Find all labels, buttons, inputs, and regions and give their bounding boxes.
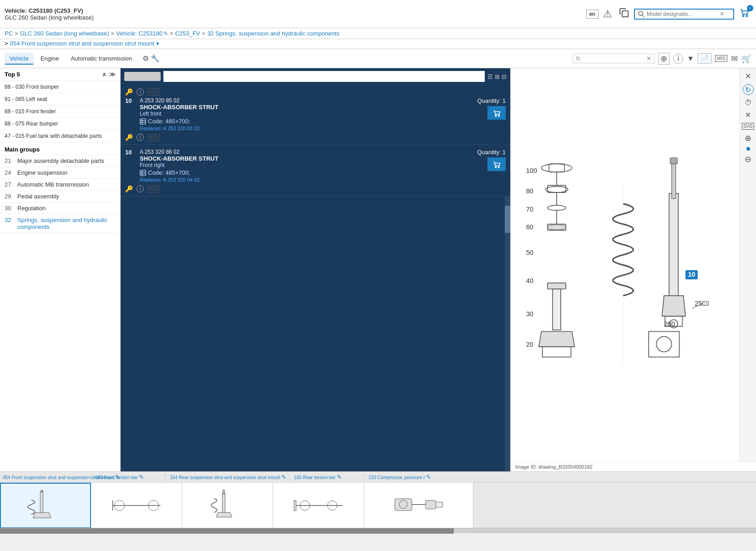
sidebar-item-front-fender[interactable]: 88 - 015 Front fender	[0, 106, 120, 118]
svg-rect-58	[294, 500, 296, 511]
warning-icon[interactable]: ⚠	[603, 8, 612, 20]
zoom-out-diagram[interactable]: ⊖	[745, 154, 751, 164]
sidebar-group-24[interactable]: 24 Engine suspension	[0, 167, 120, 179]
info-icon-1[interactable]: i	[137, 88, 144, 96]
slider-control[interactable]	[124, 72, 161, 81]
sidebar-item-fuel-tank[interactable]: 47 - 015 Fuel tank with detachable parts	[0, 130, 120, 142]
sidebar-item-front-bumper[interactable]: 88 - 030 Front bumper	[0, 81, 120, 93]
breadcrumb-edit-icon[interactable]: ✎	[163, 30, 168, 37]
breadcrumb-springs[interactable]: 32 Springs, suspension and hydraulic com…	[207, 30, 340, 37]
add-to-cart-1[interactable]	[487, 106, 506, 120]
center-scrollbar-thumb[interactable]	[505, 206, 510, 233]
thumb-233-svg	[387, 492, 451, 519]
part-code-line-1: Code: 485+700;	[140, 118, 472, 125]
collapse-icon[interactable]: ∧	[102, 71, 107, 78]
refresh-icon[interactable]: ↻	[743, 84, 754, 95]
grid-view-icon[interactable]: ⊞	[495, 73, 500, 80]
thumb-165[interactable]	[273, 483, 364, 528]
cart-header-btn[interactable]: +	[739, 7, 751, 21]
group-num-32: 32	[5, 217, 15, 223]
cart-toolbar-icon[interactable]: 🛒	[741, 54, 751, 64]
bottom-scrollbar-thumb[interactable]	[0, 528, 454, 534]
mail-icon[interactable]: ✉	[731, 54, 738, 64]
thumb-060[interactable]	[91, 483, 182, 528]
thumb-label-060[interactable]: 060 Front torsion bar ✎	[93, 473, 166, 481]
info-icon[interactable]: i	[673, 54, 683, 64]
thumb-edit-154[interactable]: ✎	[281, 474, 286, 480]
sidebar-group-27[interactable]: 27 Automatic MB transmission	[0, 179, 120, 191]
info-icon-2[interactable]: i	[137, 185, 144, 192]
breadcrumb-sub[interactable]: 054 Front suspension strut and suspensio…	[10, 40, 154, 47]
close-icon[interactable]: ≫	[109, 71, 116, 78]
history-icon[interactable]: ⏱	[745, 99, 752, 107]
breadcrumb-dropdown-icon[interactable]: ▾	[156, 40, 159, 47]
svg-rect-31	[553, 289, 561, 330]
doc-icon[interactable]: 📄	[698, 53, 711, 64]
thumb-054-svg	[27, 490, 64, 521]
sidebar-group-32[interactable]: 32 Springs, suspension and hydraulic com…	[0, 214, 120, 233]
list-view-icon[interactable]: ☰	[487, 73, 493, 80]
sidebar-item-rear-bumper[interactable]: 88 - 075 Rear bumper	[0, 118, 120, 130]
breadcrumb-pc[interactable]: PC	[5, 30, 13, 37]
filter-icon[interactable]: ▼	[687, 55, 694, 63]
breadcrumb-model[interactable]: GLC 260 Sedan (long wheelbase)	[20, 30, 109, 37]
cross-icon[interactable]: ✕	[745, 111, 751, 119]
thumb-154[interactable]	[182, 483, 273, 528]
zoom-in-icon[interactable]: ⊕	[658, 53, 670, 65]
search-clear-icon[interactable]: ✕	[720, 10, 725, 17]
parts-search-input[interactable]	[163, 71, 485, 82]
wis-icon-1[interactable]: WIS	[147, 88, 160, 96]
copy-icon[interactable]	[619, 7, 629, 20]
expand-view-icon[interactable]: ⊟	[502, 73, 507, 80]
blue-dot[interactable]	[746, 147, 750, 151]
group-num-27: 27	[5, 181, 15, 188]
sidebar-item-left-seat[interactable]: 91 - 065 Left seat	[0, 93, 120, 106]
thumb-054[interactable]	[0, 483, 91, 528]
center-scrollbar[interactable]	[505, 197, 510, 471]
wis-icon[interactable]: WIS	[715, 55, 727, 62]
sidebar-group-29[interactable]: 29 Pedal assembly	[0, 191, 120, 202]
breadcrumb-c253fv[interactable]: C253_FV	[175, 30, 200, 37]
tab-automatic-transmission[interactable]: Automatic transmission	[66, 53, 137, 64]
part-header-1: 10 A 253 320 85 02 SHOCK-ABSORBER STRUT …	[125, 97, 506, 131]
svg-rect-0	[622, 11, 628, 17]
toolbar-search-input[interactable]	[583, 56, 646, 62]
header-icon-toolbar: ⚠	[603, 7, 629, 20]
close-diagram-icon[interactable]: ✕	[745, 72, 751, 81]
main-content: Top 5 ∧ ≫ 88 - 030 Front bumper 91 - 065…	[0, 68, 756, 471]
key-icon-2[interactable]: 🔑	[125, 185, 133, 192]
info-icon-1b[interactable]: i	[137, 134, 144, 141]
view-icons: ☰ ⊞ ⊟	[487, 73, 507, 80]
sidebar-group-30[interactable]: 30 Regulation	[0, 202, 120, 214]
breadcrumb-vehicle[interactable]: Vehicle: C253180	[116, 30, 162, 37]
thumb-label-165[interactable]: 165 Rear torsion bar ✎	[291, 473, 364, 481]
vehicle-line1: Vehicle: C253180 (C253_FV)	[5, 7, 94, 14]
svg-label[interactable]: SVG	[742, 123, 754, 130]
thumb-edit-233[interactable]: ✎	[426, 474, 431, 480]
build-icon[interactable]: 🔧	[151, 54, 160, 63]
thumb-label-154[interactable]: 154 Rear suspension strut and suspension…	[167, 473, 289, 481]
tab-engine[interactable]: Engine	[36, 53, 64, 64]
thumb-233[interactable]	[364, 483, 473, 528]
thumb-edit-165[interactable]: ✎	[337, 474, 342, 480]
sidebar-group-21[interactable]: 21 Major assembly detachable parts	[0, 155, 120, 167]
lang-selector[interactable]: en	[586, 10, 599, 19]
settings-icon[interactable]: ⚙	[142, 54, 149, 63]
key-icon-1b[interactable]: 🔑	[125, 134, 133, 141]
add-to-cart-2[interactable]	[487, 157, 506, 171]
thumb-label-233[interactable]: 233 Compressor, pressure r ✎	[366, 473, 457, 481]
label-40: 40	[526, 277, 533, 284]
toolbar-search-clear[interactable]: ✕	[646, 55, 651, 62]
tab-vehicle[interactable]: Vehicle	[5, 53, 34, 65]
zoom-in-diagram[interactable]: ⊕	[745, 133, 751, 143]
thumb-edit-060[interactable]: ✎	[139, 474, 144, 480]
thumb-label-054[interactable]: 054 Front suspension strut and suspensio…	[0, 473, 91, 481]
model-search-input[interactable]	[647, 11, 720, 17]
svg-rect-54	[223, 490, 224, 494]
search-icon	[638, 10, 645, 18]
bottom-scrollbar[interactable]	[0, 528, 756, 533]
key-icon-1[interactable]: 🔑	[125, 88, 133, 96]
wis-icon-1b[interactable]: WIS	[147, 134, 160, 141]
wis-icon-2[interactable]: WIS	[147, 186, 160, 192]
svg-rect-33	[669, 193, 678, 296]
